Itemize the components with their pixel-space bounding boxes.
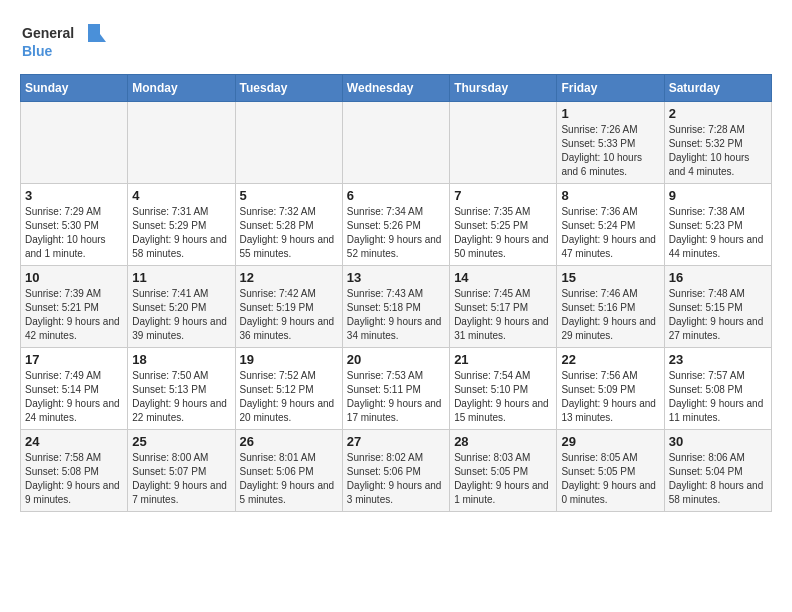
day-info: Sunrise: 8:01 AMSunset: 5:06 PMDaylight:…: [240, 451, 338, 507]
day-info: Sunrise: 7:39 AMSunset: 5:21 PMDaylight:…: [25, 287, 123, 343]
calendar-week-row: 17Sunrise: 7:49 AMSunset: 5:14 PMDayligh…: [21, 348, 772, 430]
day-info: Sunrise: 8:05 AMSunset: 5:05 PMDaylight:…: [561, 451, 659, 507]
day-info: Sunrise: 7:49 AMSunset: 5:14 PMDaylight:…: [25, 369, 123, 425]
day-number: 8: [561, 188, 659, 203]
day-number: 30: [669, 434, 767, 449]
day-info: Sunrise: 7:43 AMSunset: 5:18 PMDaylight:…: [347, 287, 445, 343]
day-number: 28: [454, 434, 552, 449]
calendar-day-cell: [21, 102, 128, 184]
day-number: 22: [561, 352, 659, 367]
day-number: 23: [669, 352, 767, 367]
svg-text:General: General: [22, 25, 74, 41]
calendar-day-cell: 17Sunrise: 7:49 AMSunset: 5:14 PMDayligh…: [21, 348, 128, 430]
calendar-day-cell: 21Sunrise: 7:54 AMSunset: 5:10 PMDayligh…: [450, 348, 557, 430]
day-number: 19: [240, 352, 338, 367]
calendar-day-cell: 2Sunrise: 7:28 AMSunset: 5:32 PMDaylight…: [664, 102, 771, 184]
calendar-day-cell: 9Sunrise: 7:38 AMSunset: 5:23 PMDaylight…: [664, 184, 771, 266]
calendar-day-cell: 12Sunrise: 7:42 AMSunset: 5:19 PMDayligh…: [235, 266, 342, 348]
day-number: 3: [25, 188, 123, 203]
calendar-week-row: 1Sunrise: 7:26 AMSunset: 5:33 PMDaylight…: [21, 102, 772, 184]
weekday-header-wednesday: Wednesday: [342, 75, 449, 102]
calendar-day-cell: [342, 102, 449, 184]
weekday-header-friday: Friday: [557, 75, 664, 102]
calendar-day-cell: 16Sunrise: 7:48 AMSunset: 5:15 PMDayligh…: [664, 266, 771, 348]
calendar-week-row: 3Sunrise: 7:29 AMSunset: 5:30 PMDaylight…: [21, 184, 772, 266]
day-number: 6: [347, 188, 445, 203]
weekday-header-saturday: Saturday: [664, 75, 771, 102]
day-number: 21: [454, 352, 552, 367]
day-info: Sunrise: 7:42 AMSunset: 5:19 PMDaylight:…: [240, 287, 338, 343]
calendar-day-cell: 24Sunrise: 7:58 AMSunset: 5:08 PMDayligh…: [21, 430, 128, 512]
day-number: 15: [561, 270, 659, 285]
day-info: Sunrise: 7:28 AMSunset: 5:32 PMDaylight:…: [669, 123, 767, 179]
calendar-day-cell: 13Sunrise: 7:43 AMSunset: 5:18 PMDayligh…: [342, 266, 449, 348]
day-info: Sunrise: 7:48 AMSunset: 5:15 PMDaylight:…: [669, 287, 767, 343]
day-info: Sunrise: 7:41 AMSunset: 5:20 PMDaylight:…: [132, 287, 230, 343]
calendar-day-cell: 10Sunrise: 7:39 AMSunset: 5:21 PMDayligh…: [21, 266, 128, 348]
day-number: 16: [669, 270, 767, 285]
day-info: Sunrise: 7:36 AMSunset: 5:24 PMDaylight:…: [561, 205, 659, 261]
day-info: Sunrise: 7:34 AMSunset: 5:26 PMDaylight:…: [347, 205, 445, 261]
day-info: Sunrise: 8:02 AMSunset: 5:06 PMDaylight:…: [347, 451, 445, 507]
calendar-week-row: 24Sunrise: 7:58 AMSunset: 5:08 PMDayligh…: [21, 430, 772, 512]
day-info: Sunrise: 7:54 AMSunset: 5:10 PMDaylight:…: [454, 369, 552, 425]
calendar-day-cell: 25Sunrise: 8:00 AMSunset: 5:07 PMDayligh…: [128, 430, 235, 512]
calendar-day-cell: 6Sunrise: 7:34 AMSunset: 5:26 PMDaylight…: [342, 184, 449, 266]
day-info: Sunrise: 7:52 AMSunset: 5:12 PMDaylight:…: [240, 369, 338, 425]
day-info: Sunrise: 7:26 AMSunset: 5:33 PMDaylight:…: [561, 123, 659, 179]
day-number: 14: [454, 270, 552, 285]
day-number: 24: [25, 434, 123, 449]
day-info: Sunrise: 7:35 AMSunset: 5:25 PMDaylight:…: [454, 205, 552, 261]
calendar-day-cell: 20Sunrise: 7:53 AMSunset: 5:11 PMDayligh…: [342, 348, 449, 430]
day-number: 2: [669, 106, 767, 121]
weekday-header-tuesday: Tuesday: [235, 75, 342, 102]
calendar-day-cell: 7Sunrise: 7:35 AMSunset: 5:25 PMDaylight…: [450, 184, 557, 266]
calendar-day-cell: [128, 102, 235, 184]
day-info: Sunrise: 7:31 AMSunset: 5:29 PMDaylight:…: [132, 205, 230, 261]
day-info: Sunrise: 8:06 AMSunset: 5:04 PMDaylight:…: [669, 451, 767, 507]
calendar-day-cell: 15Sunrise: 7:46 AMSunset: 5:16 PMDayligh…: [557, 266, 664, 348]
day-info: Sunrise: 7:45 AMSunset: 5:17 PMDaylight:…: [454, 287, 552, 343]
calendar-day-cell: 28Sunrise: 8:03 AMSunset: 5:05 PMDayligh…: [450, 430, 557, 512]
day-info: Sunrise: 7:32 AMSunset: 5:28 PMDaylight:…: [240, 205, 338, 261]
calendar-day-cell: 22Sunrise: 7:56 AMSunset: 5:09 PMDayligh…: [557, 348, 664, 430]
calendar-day-cell: 26Sunrise: 8:01 AMSunset: 5:06 PMDayligh…: [235, 430, 342, 512]
weekday-header-row: SundayMondayTuesdayWednesdayThursdayFrid…: [21, 75, 772, 102]
day-info: Sunrise: 7:58 AMSunset: 5:08 PMDaylight:…: [25, 451, 123, 507]
day-info: Sunrise: 7:38 AMSunset: 5:23 PMDaylight:…: [669, 205, 767, 261]
day-number: 4: [132, 188, 230, 203]
day-number: 7: [454, 188, 552, 203]
calendar-week-row: 10Sunrise: 7:39 AMSunset: 5:21 PMDayligh…: [21, 266, 772, 348]
day-number: 1: [561, 106, 659, 121]
day-info: Sunrise: 7:57 AMSunset: 5:08 PMDaylight:…: [669, 369, 767, 425]
calendar-day-cell: 14Sunrise: 7:45 AMSunset: 5:17 PMDayligh…: [450, 266, 557, 348]
day-number: 11: [132, 270, 230, 285]
calendar-day-cell: 27Sunrise: 8:02 AMSunset: 5:06 PMDayligh…: [342, 430, 449, 512]
day-number: 18: [132, 352, 230, 367]
calendar-day-cell: 1Sunrise: 7:26 AMSunset: 5:33 PMDaylight…: [557, 102, 664, 184]
calendar-day-cell: 18Sunrise: 7:50 AMSunset: 5:13 PMDayligh…: [128, 348, 235, 430]
day-number: 12: [240, 270, 338, 285]
weekday-header-sunday: Sunday: [21, 75, 128, 102]
header: GeneralBlue: [20, 20, 772, 64]
logo: GeneralBlue: [20, 20, 110, 64]
calendar-day-cell: 3Sunrise: 7:29 AMSunset: 5:30 PMDaylight…: [21, 184, 128, 266]
calendar-day-cell: 11Sunrise: 7:41 AMSunset: 5:20 PMDayligh…: [128, 266, 235, 348]
weekday-header-monday: Monday: [128, 75, 235, 102]
day-info: Sunrise: 7:50 AMSunset: 5:13 PMDaylight:…: [132, 369, 230, 425]
calendar-day-cell: 5Sunrise: 7:32 AMSunset: 5:28 PMDaylight…: [235, 184, 342, 266]
day-info: Sunrise: 8:03 AMSunset: 5:05 PMDaylight:…: [454, 451, 552, 507]
day-number: 29: [561, 434, 659, 449]
day-number: 9: [669, 188, 767, 203]
day-info: Sunrise: 7:53 AMSunset: 5:11 PMDaylight:…: [347, 369, 445, 425]
day-info: Sunrise: 7:46 AMSunset: 5:16 PMDaylight:…: [561, 287, 659, 343]
day-info: Sunrise: 7:29 AMSunset: 5:30 PMDaylight:…: [25, 205, 123, 261]
logo-svg: GeneralBlue: [20, 20, 110, 64]
day-number: 5: [240, 188, 338, 203]
calendar-day-cell: 4Sunrise: 7:31 AMSunset: 5:29 PMDaylight…: [128, 184, 235, 266]
calendar-day-cell: 30Sunrise: 8:06 AMSunset: 5:04 PMDayligh…: [664, 430, 771, 512]
calendar-day-cell: 19Sunrise: 7:52 AMSunset: 5:12 PMDayligh…: [235, 348, 342, 430]
calendar-day-cell: 8Sunrise: 7:36 AMSunset: 5:24 PMDaylight…: [557, 184, 664, 266]
svg-text:Blue: Blue: [22, 43, 53, 59]
day-number: 20: [347, 352, 445, 367]
